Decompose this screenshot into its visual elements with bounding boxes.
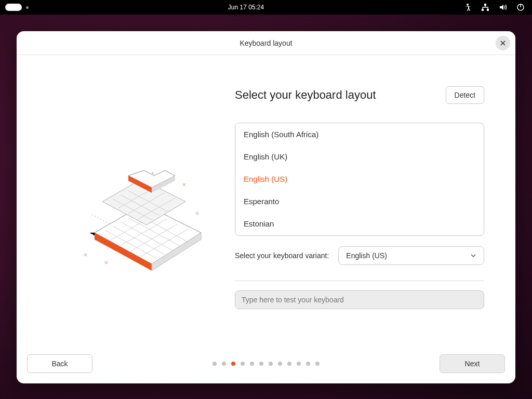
- layout-option-selected[interactable]: English (US): [235, 168, 484, 190]
- volume-icon: [499, 3, 507, 11]
- power-icon: [516, 3, 525, 11]
- titlebar: Keyboard layout: [17, 31, 515, 55]
- progress-dot-active: [231, 362, 235, 366]
- variant-select[interactable]: English (US): [338, 246, 484, 265]
- activities-pill-icon: [5, 4, 22, 11]
- layout-option[interactable]: English (South Africa): [235, 123, 484, 145]
- chevron-down-icon: [470, 252, 476, 259]
- content-area: z Select your keyboard layout Detect Eng…: [17, 55, 515, 353]
- close-icon: [500, 40, 506, 46]
- topbar-activities[interactable]: [0, 4, 29, 11]
- network-wired-icon: [481, 3, 489, 11]
- progress-dots: [212, 362, 320, 366]
- keyboard-illustration-icon: z: [74, 152, 209, 277]
- installer-window: Keyboard layout: [17, 31, 515, 383]
- detect-button[interactable]: Detect: [446, 86, 484, 104]
- svg-text:z: z: [152, 170, 154, 175]
- illustration-pane: z: [48, 86, 235, 343]
- footer: Back Next: [17, 353, 515, 383]
- layout-option[interactable]: English (UK): [235, 145, 484, 168]
- divider: [235, 281, 484, 281]
- topbar-clock[interactable]: Jun 17 05:24: [29, 4, 463, 11]
- accessibility-icon: [463, 3, 472, 11]
- variant-label: Select your keyboard variant:: [235, 251, 329, 260]
- close-button[interactable]: [496, 36, 510, 50]
- svg-rect-3: [487, 9, 489, 11]
- svg-rect-1: [484, 4, 486, 6]
- topbar-status-area[interactable]: [463, 3, 532, 11]
- layout-option[interactable]: Estonian: [235, 212, 484, 235]
- layout-listbox[interactable]: English (South Africa) English (UK) Engl…: [235, 123, 484, 236]
- layout-option[interactable]: Esperanto: [235, 190, 484, 212]
- window-title: Keyboard layout: [240, 39, 292, 47]
- keyboard-test-input[interactable]: [235, 290, 484, 309]
- variant-select-value: English (US): [346, 251, 387, 260]
- svg-rect-2: [482, 9, 484, 11]
- form-pane: Select your keyboard layout Detect Engli…: [235, 86, 484, 343]
- gnome-topbar: Jun 17 05:24: [0, 0, 532, 15]
- next-button[interactable]: Next: [440, 354, 505, 373]
- page-heading: Select your keyboard layout: [235, 88, 376, 102]
- svg-point-0: [467, 4, 469, 6]
- back-button[interactable]: Back: [27, 354, 92, 373]
